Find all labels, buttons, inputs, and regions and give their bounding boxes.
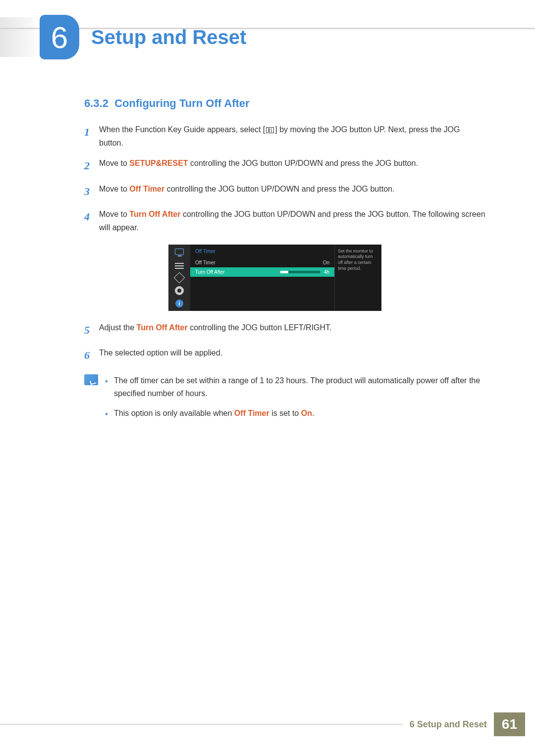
step-5: 5 Adjust the Turn Off After controlling …: [84, 321, 485, 339]
left-shadow: [0, 17, 35, 57]
note-icon: [84, 374, 98, 385]
page-footer: 6 Setup and Reset 61: [0, 712, 535, 736]
step-text: Move to Off Timer controlling the JOG bu…: [99, 182, 485, 201]
footer-chapter-ref: 6 Setup and Reset: [403, 719, 494, 730]
osd-screenshot: i Off Timer Off Timer On Turn Off After …: [168, 245, 381, 311]
step-3: 3 Move to Off Timer controlling the JOG …: [84, 182, 485, 201]
osd-title: Off Timer: [195, 249, 329, 254]
step-6: 6 The selected option will be applied.: [84, 346, 485, 364]
content-area: 6.3.2 Configuring Turn Off After 1 When …: [84, 97, 485, 426]
page-header: 6 Setup and Reset: [0, 15, 535, 59]
step-1: 1 When the Function Key Guide appears, s…: [84, 123, 485, 150]
step-number: 4: [84, 207, 99, 234]
bullet-icon: ●: [105, 410, 108, 420]
step-number: 6: [84, 346, 99, 364]
step-text: Move to SETUP&RESET controlling the JOG …: [99, 156, 485, 175]
step-text: Move to Turn Off After controlling the J…: [99, 207, 485, 234]
bullet-icon: ●: [105, 377, 108, 400]
step-number: 2: [84, 156, 99, 175]
note-text: This option is only available when Off T…: [114, 407, 314, 420]
menu-icon: [266, 127, 274, 133]
note-section: ● The off timer can be set within a rang…: [84, 374, 485, 426]
chapter-title: Setup and Reset: [91, 26, 246, 49]
step-4: 4 Move to Turn Off After controlling the…: [84, 207, 485, 234]
note-list: ● The off timer can be set within a rang…: [105, 374, 485, 426]
osd-row-value: 4h: [324, 269, 329, 275]
section-title: Configuring Turn Off After: [114, 97, 250, 109]
step-text: Adjust the Turn Off After controlling th…: [99, 321, 485, 339]
header-divider: [0, 28, 535, 29]
page-number: 61: [494, 712, 525, 736]
note-item: ● This option is only available when Off…: [105, 407, 485, 420]
note-item: ● The off timer can be set within a rang…: [105, 374, 485, 400]
osd-sidebar: i: [168, 245, 190, 311]
osd-help-text: Set the monitor to automatically turn of…: [334, 245, 381, 311]
step-number: 5: [84, 321, 99, 339]
osd-row-offtimer: Off Timer On: [195, 258, 329, 267]
resize-icon: [174, 273, 185, 282]
section-heading: 6.3.2 Configuring Turn Off After: [84, 97, 485, 110]
monitor-icon: [174, 248, 185, 256]
osd-row-value: On: [323, 260, 329, 265]
list-icon: [174, 260, 185, 269]
info-icon: i: [174, 299, 185, 308]
footer-divider: [0, 724, 403, 725]
step-number: 1: [84, 123, 99, 150]
osd-main: Off Timer Off Timer On Turn Off After 4h: [190, 245, 334, 311]
step-text: When the Function Key Guide appears, sel…: [99, 123, 485, 150]
step-text: The selected option will be applied.: [99, 346, 485, 364]
osd-row-label: Turn Off After: [195, 269, 224, 275]
step-number: 3: [84, 182, 99, 201]
osd-row-label: Off Timer: [195, 260, 215, 265]
gear-icon: [174, 286, 185, 295]
osd-row-turnoffafter: Turn Off After 4h: [190, 267, 334, 277]
section-number: 6.3.2: [84, 97, 108, 109]
osd-slider: [280, 271, 320, 273]
chapter-badge: 6: [40, 15, 79, 59]
chapter-number: 6: [51, 20, 68, 55]
step-2: 2 Move to SETUP&RESET controlling the JO…: [84, 156, 485, 175]
note-text: The off timer can be set within a range …: [114, 374, 485, 400]
